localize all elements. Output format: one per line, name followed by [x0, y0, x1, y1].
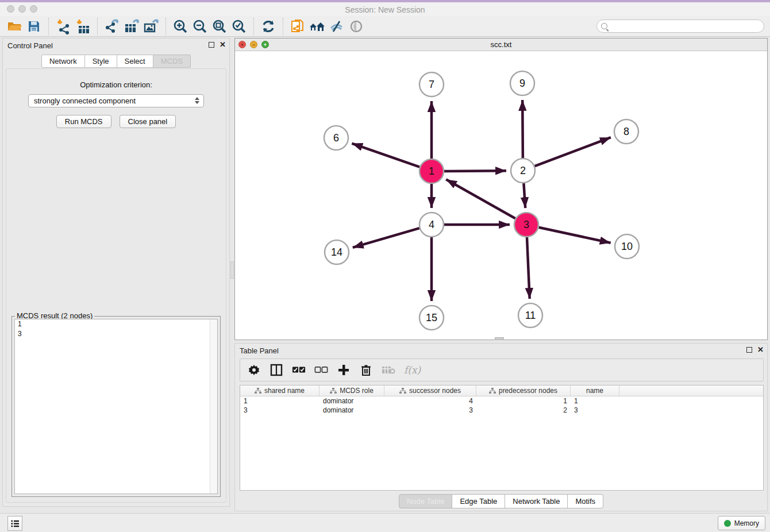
- edge-1-2[interactable]: [444, 171, 506, 171]
- table-cell[interactable]: 1: [240, 396, 319, 406]
- memory-button[interactable]: Memory: [718, 516, 765, 530]
- search-icon: [601, 23, 607, 29]
- run-mcds-button[interactable]: Run MCDS: [56, 115, 111, 128]
- save-session-button[interactable]: [24, 17, 44, 36]
- edge-2-8[interactable]: [535, 137, 611, 166]
- zoom-in-icon: [173, 19, 188, 34]
- node-10[interactable]: 10: [615, 234, 639, 259]
- task-history-button[interactable]: [7, 516, 22, 531]
- node-3[interactable]: 3: [514, 213, 538, 237]
- node-1[interactable]: 1: [419, 159, 444, 183]
- table-header-row: shared nameMCDS rolesuccessor nodesprede…: [240, 385, 763, 396]
- table-cell[interactable]: 3: [571, 406, 619, 415]
- show-all-button[interactable]: [346, 17, 366, 36]
- node-9[interactable]: 9: [510, 71, 534, 95]
- canvas-scroll-grip[interactable]: [495, 337, 504, 340]
- network-canvas[interactable]: 7968124314101511: [235, 51, 767, 340]
- network-graph[interactable]: 7968124314101511: [235, 51, 767, 340]
- zoom-fit-button[interactable]: [210, 17, 229, 36]
- tab-select[interactable]: Select: [117, 55, 153, 68]
- table-row[interactable]: 1dominator411: [240, 396, 763, 406]
- table-cell[interactable]: 4: [384, 396, 476, 406]
- zoom-in-button[interactable]: [171, 17, 190, 36]
- search-input[interactable]: [596, 20, 764, 33]
- export-image-button[interactable]: [141, 17, 161, 36]
- table-tabs: Node TableEdge TableNetwork TableMotifs: [235, 494, 767, 508]
- edge-3-10[interactable]: [539, 228, 611, 243]
- toolbar-separator: [97, 18, 98, 35]
- table-cell[interactable]: 3: [384, 406, 476, 415]
- network-frame-titlebar[interactable]: × − + scc.txt: [235, 38, 767, 51]
- zoom-out-button[interactable]: [190, 17, 210, 36]
- edge-2-3[interactable]: [523, 183, 525, 208]
- tab-edge-table[interactable]: Edge Table: [452, 494, 505, 508]
- tab-motifs[interactable]: Motifs: [568, 494, 603, 508]
- tab-style[interactable]: Style: [85, 55, 117, 68]
- deselect-all-button[interactable]: [314, 363, 328, 377]
- svg-text:1: 1: [429, 165, 434, 177]
- hide-selected-button[interactable]: [327, 17, 346, 36]
- table-cell[interactable]: 1: [571, 396, 619, 406]
- trash-icon: [361, 364, 371, 376]
- node-7[interactable]: 7: [419, 72, 444, 97]
- node-2[interactable]: 2: [511, 159, 535, 183]
- first-neighbors-button[interactable]: [307, 17, 327, 36]
- column-header-shared-name[interactable]: shared name: [240, 385, 319, 396]
- export-network-button[interactable]: [102, 17, 122, 36]
- zoom-selected-button[interactable]: [229, 17, 249, 36]
- refresh-view-button[interactable]: [259, 17, 278, 36]
- edge-1-6[interactable]: [352, 144, 419, 167]
- result-scrollbar[interactable]: [210, 319, 217, 494]
- column-view-button[interactable]: [270, 363, 283, 377]
- open-session-button[interactable]: [5, 17, 24, 36]
- select-all-icon: [292, 366, 306, 374]
- tab-mcds[interactable]: MCDS: [153, 55, 191, 68]
- table-cell[interactable]: 2: [476, 406, 571, 415]
- column-type-icon: [330, 388, 337, 394]
- table-cell[interactable]: dominator: [319, 396, 384, 406]
- column-label: name: [586, 387, 603, 395]
- edge-4-14[interactable]: [353, 228, 419, 248]
- node-6[interactable]: 6: [324, 126, 348, 150]
- node-4[interactable]: 4: [419, 213, 444, 237]
- float-table-panel-icon[interactable]: [746, 347, 752, 353]
- edge-3-1[interactable]: [446, 179, 515, 218]
- close-panel-icon[interactable]: ✕: [220, 41, 226, 48]
- table-row[interactable]: 3dominator323: [240, 406, 763, 415]
- column-header-name[interactable]: name: [571, 385, 619, 396]
- table-cell[interactable]: dominator: [319, 406, 384, 415]
- column-header-mcds-role[interactable]: MCDS role: [319, 385, 384, 396]
- column-header-successor-nodes[interactable]: successor nodes: [384, 385, 476, 396]
- panel-divider-grip[interactable]: [230, 261, 234, 279]
- tab-network-table[interactable]: Network Table: [505, 494, 568, 508]
- close-panel-button[interactable]: Close panel: [120, 115, 176, 128]
- edge-3-11[interactable]: [527, 237, 530, 299]
- criterion-dropdown[interactable]: strongly connected component: [28, 94, 204, 107]
- delete-column-button[interactable]: [359, 363, 373, 377]
- control-panel-title: Control Panel: [7, 41, 53, 50]
- tab-network[interactable]: Network: [41, 55, 85, 68]
- add-column-button[interactable]: [337, 363, 351, 377]
- table-cell[interactable]: 1: [476, 396, 571, 406]
- node-table[interactable]: shared nameMCDS rolesuccessor nodesprede…: [240, 385, 764, 491]
- refresh-icon: [261, 19, 276, 34]
- import-table-button[interactable]: [73, 17, 93, 36]
- tab-node-table[interactable]: Node Table: [399, 494, 453, 508]
- mcds-result-list[interactable]: 13: [14, 319, 218, 494]
- import-network-button[interactable]: [53, 17, 73, 36]
- duplicate-network-button[interactable]: [288, 17, 307, 36]
- table-cell[interactable]: 3: [240, 406, 319, 415]
- column-header-predecessor-nodes[interactable]: predecessor nodes: [476, 385, 571, 396]
- float-panel-icon[interactable]: [209, 42, 214, 48]
- close-table-panel-icon[interactable]: ✕: [757, 346, 764, 353]
- export-table-button[interactable]: [122, 17, 141, 36]
- edge-2-9[interactable]: [522, 100, 523, 158]
- table-settings-button[interactable]: [247, 363, 261, 377]
- zoom-fit-icon: [212, 19, 227, 34]
- node-11[interactable]: 11: [518, 303, 542, 327]
- select-all-button[interactable]: [292, 363, 306, 377]
- node-15[interactable]: 15: [419, 306, 444, 330]
- node-14[interactable]: 14: [325, 240, 349, 264]
- column-type-icon: [255, 388, 261, 394]
- node-8[interactable]: 8: [614, 119, 638, 144]
